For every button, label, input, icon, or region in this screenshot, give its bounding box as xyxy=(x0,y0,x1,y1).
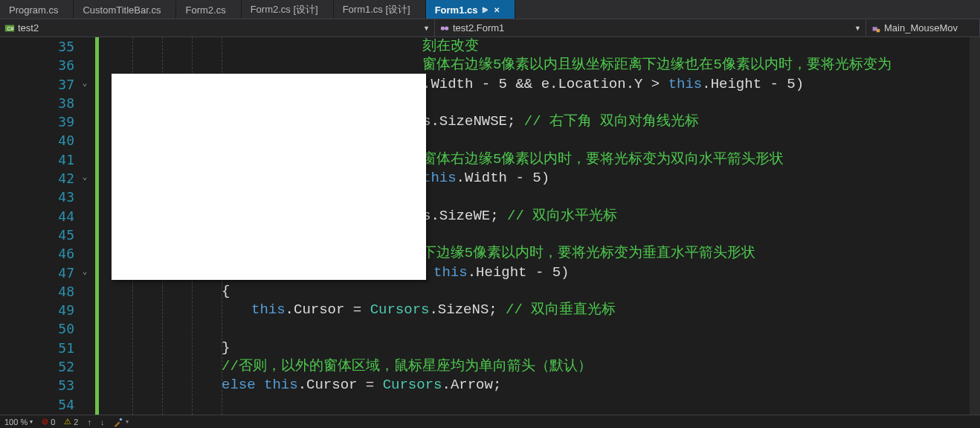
line-number: 49 xyxy=(0,301,91,319)
line-number: 47⌄ xyxy=(0,263,91,282)
line-number: 40 xyxy=(0,131,91,150)
warning-icon: ⚠ xyxy=(64,417,71,427)
fold-toggle-icon[interactable]: ⌄ xyxy=(80,267,89,276)
line-number: 45 xyxy=(0,226,91,244)
warning-count-text: 2 xyxy=(74,418,78,427)
svg-text:C#: C# xyxy=(7,25,14,31)
code-line: } xyxy=(95,339,980,357)
zoom-text: 100 % xyxy=(4,418,28,427)
line-number: 43 xyxy=(0,188,91,206)
line-number: 44 xyxy=(0,207,91,226)
svg-point-3 xyxy=(445,26,448,30)
build-up-icon[interactable]: ↑ xyxy=(87,418,91,427)
chevron-down-icon: ▼ xyxy=(854,25,861,32)
tab-label: Form1.cs [设计] xyxy=(343,3,410,16)
line-number: 37⌄ xyxy=(0,75,91,94)
tab-form1-cs[interactable]: Form1.cs ⫸ ✕ xyxy=(426,0,516,19)
tab-form2-designer[interactable]: Form2.cs [设计] xyxy=(242,0,334,19)
pin-icon[interactable]: ⫸ xyxy=(482,6,489,14)
code-line: //否则，以外的窗体区域，鼠标星座均为单向箭头（默认） xyxy=(95,357,980,376)
zoom-level[interactable]: 100 % ▾ xyxy=(4,418,33,427)
tab-label: Form1.cs xyxy=(435,4,478,16)
line-number: 38 xyxy=(0,94,91,112)
chevron-down-icon: ▼ xyxy=(423,25,430,32)
tab-form1-designer[interactable]: Form1.cs [设计] xyxy=(334,0,426,19)
fold-toggle-icon[interactable]: ⌄ xyxy=(80,79,89,88)
line-number: 36 xyxy=(0,56,91,74)
line-number-gutter: 353637⌄3839404142⌄4344454647⌄48495051525… xyxy=(0,37,95,415)
svg-rect-4 xyxy=(873,27,877,31)
code-line: 刻在改变 xyxy=(95,37,980,56)
tab-label: Form2.cs [设计] xyxy=(251,3,318,16)
line-number: 52 xyxy=(0,357,91,376)
method-private-icon xyxy=(871,23,881,33)
tab-form2-cs[interactable]: Form2.cs xyxy=(176,0,241,19)
code-line xyxy=(95,395,980,414)
build-down-icon[interactable]: ↓ xyxy=(100,418,105,427)
close-icon[interactable]: ✕ xyxy=(494,6,500,14)
code-line: this.Cursor = Cursors.SizeNS; // 双向垂直光标 xyxy=(95,301,980,319)
error-count-text: 0 xyxy=(51,418,55,427)
nav-member-text: Main_MouseMov xyxy=(884,22,958,33)
code-line: else this.Cursor = Cursors.Arrow; xyxy=(95,376,980,395)
status-bar: 100 % ▾ ⊘ 0 ⚠ 2 ↑ ↓ ▾ xyxy=(0,415,980,428)
chevron-down-icon: ▾ xyxy=(30,418,33,425)
tab-customtitlebar-cs[interactable]: CustomTitleBar.cs xyxy=(74,0,176,19)
line-number: 46 xyxy=(0,244,91,263)
line-number: 50 xyxy=(0,319,91,338)
screwdriver-icon[interactable]: ▾ xyxy=(113,417,129,427)
vertical-scrollbar[interactable] xyxy=(970,37,980,415)
document-tabstrip: Program.cs CustomTitleBar.cs Form2.cs Fo… xyxy=(0,0,980,19)
error-icon: ⊘ xyxy=(42,417,48,427)
code-line: { xyxy=(95,282,980,301)
tab-label: Form2.cs xyxy=(185,4,225,16)
nav-member-combo[interactable]: Main_MouseMov xyxy=(866,19,980,36)
line-number: 48 xyxy=(0,282,91,301)
tab-program-cs[interactable]: Program.cs xyxy=(0,0,74,19)
code-line xyxy=(95,319,980,338)
editor-popup-overlay[interactable] xyxy=(112,74,426,280)
csharp-project-icon: C# xyxy=(4,23,15,33)
nav-scope-text: test2 xyxy=(18,22,39,33)
line-number: 41 xyxy=(0,150,91,169)
code-nav-bar: C# test2 ▼ test2.Form1 ▼ Main_MouseMov xyxy=(0,19,980,37)
svg-point-2 xyxy=(441,26,445,30)
line-number: 51 xyxy=(0,339,91,357)
line-number: 42⌄ xyxy=(0,169,91,188)
fold-toggle-icon[interactable]: ⌄ xyxy=(80,173,89,182)
tab-label: Program.cs xyxy=(9,4,58,16)
tab-label: CustomTitleBar.cs xyxy=(83,4,161,16)
line-number: 53 xyxy=(0,376,91,395)
line-number: 39 xyxy=(0,112,91,131)
chevron-down-icon: ▾ xyxy=(126,418,129,425)
nav-class-combo[interactable]: test2.Form1 ▼ xyxy=(435,19,866,36)
svg-rect-5 xyxy=(877,28,880,31)
warning-count[interactable]: ⚠ 2 xyxy=(64,417,78,427)
line-number: 54 xyxy=(0,395,91,414)
svg-point-6 xyxy=(120,418,123,421)
class-icon xyxy=(439,23,450,33)
code-line: 窗体右边缘5像素以内且纵坐标距离下边缘也在5像素以内时，要将光标变为 xyxy=(95,56,980,74)
line-number: 35 xyxy=(0,37,91,56)
error-count[interactable]: ⊘ 0 xyxy=(42,417,55,427)
nav-class-text: test2.Form1 xyxy=(453,22,504,33)
code-editor[interactable]: 353637⌄3839404142⌄4344454647⌄48495051525… xyxy=(0,37,980,415)
nav-scope-combo[interactable]: C# test2 ▼ xyxy=(0,19,435,36)
